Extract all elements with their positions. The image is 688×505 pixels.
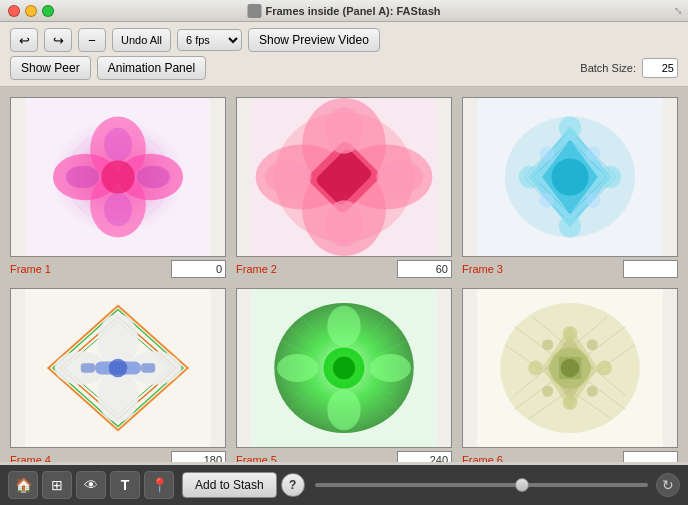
svg-rect-50 [81,363,95,372]
svg-point-61 [327,389,360,430]
frames-grid: Frame 1 [10,97,678,462]
eye-icon-button[interactable]: 👁 [76,471,106,499]
frame-thumbnail-6[interactable] [462,288,678,448]
traffic-lights [8,5,54,17]
frame-cell-2: Frame 2 [236,97,452,278]
frame-cell-6: Frame 6 [462,288,678,462]
frame-label-row-5: Frame 5 [236,451,452,462]
add-to-stash-button[interactable]: Add to Stash [182,472,277,498]
svg-point-82 [597,361,612,376]
text-icon-button[interactable]: T [110,471,140,499]
toolbar-row-2: Show Peer Animation Panel Batch Size: [10,56,678,80]
frame-6-value[interactable] [623,451,678,462]
minimize-button[interactable]: − [78,28,106,52]
close-button[interactable] [8,5,20,17]
frame-cell-1: Frame 1 [10,97,226,278]
bottom-bar: 🏠 ⊞ 👁 T 📍 Add to Stash ? ↻ [0,465,688,505]
frame-label-row-2: Frame 2 [236,260,452,278]
undo-button[interactable]: ↩ [10,28,38,52]
undo-all-button[interactable]: Undo All [112,28,171,52]
frame-5-value[interactable] [397,451,452,462]
svg-point-44 [98,314,139,366]
svg-point-23 [377,160,423,193]
svg-point-38 [586,193,601,208]
batch-size-label: Batch Size: [580,62,636,74]
svg-rect-51 [141,363,155,372]
title-bar: Frames inside (Panel A): FAStash ⤡ [0,0,688,22]
animation-panel-button[interactable]: Animation Panel [97,56,206,80]
frame-label-row-4: Frame 4 [10,451,226,462]
home-icon-button[interactable]: 🏠 [8,471,38,499]
svg-point-62 [277,354,318,382]
redo-button[interactable]: ↪ [44,28,72,52]
svg-point-65 [333,357,355,379]
main-content: Frame 1 [0,87,688,462]
svg-point-8 [104,193,132,226]
svg-point-21 [325,200,362,246]
svg-point-34 [599,166,621,188]
minimize-button[interactable] [25,5,37,17]
toolbar: ↩ ↪ − Undo All 6 fps 12 fps 24 fps Show … [0,22,688,87]
svg-point-35 [539,146,554,161]
frame-1-value[interactable] [171,260,226,278]
svg-point-30 [551,158,588,195]
preview-video-button[interactable]: Show Preview Video [248,28,380,52]
svg-point-36 [586,146,601,161]
svg-point-33 [519,166,541,188]
pin-icon-button[interactable]: 📍 [144,471,174,499]
frame-thumbnail-5[interactable] [236,288,452,448]
frame-thumbnail-2[interactable] [236,97,452,257]
grid-icon-button[interactable]: ⊞ [42,471,72,499]
resize-handle[interactable]: ⤡ [674,5,682,16]
slider-container [315,483,648,487]
svg-point-80 [563,395,578,410]
svg-point-9 [66,166,99,188]
frame-thumbnail-1[interactable] [10,97,226,257]
frame-5-label: Frame 5 [236,454,393,462]
frame-4-value[interactable] [171,451,226,462]
frame-cell-4: Frame 4 [10,288,226,462]
svg-point-49 [109,359,128,378]
frame-2-label: Frame 2 [236,263,393,275]
batch-size-input[interactable] [642,58,678,78]
frame-cell-5: Frame 5 [236,288,452,462]
svg-point-60 [327,306,360,347]
slider-track [315,483,648,487]
svg-point-79 [563,326,578,341]
svg-point-7 [104,128,132,161]
svg-point-22 [265,160,311,193]
frame-3-value[interactable] [623,260,678,278]
svg-point-86 [587,386,598,397]
svg-point-83 [542,339,553,350]
svg-point-85 [542,386,553,397]
svg-point-78 [561,359,580,378]
frame-6-label: Frame 6 [462,454,619,462]
frame-1-label: Frame 1 [10,263,167,275]
svg-point-32 [559,215,581,237]
svg-point-20 [325,107,362,153]
window-icon [247,4,261,18]
svg-point-81 [528,361,543,376]
show-peer-button[interactable]: Show Peer [10,56,91,80]
maximize-button[interactable] [42,5,54,17]
svg-point-37 [539,193,554,208]
frame-thumbnail-4[interactable] [10,288,226,448]
svg-point-31 [559,117,581,139]
svg-point-45 [98,370,139,422]
frame-thumbnail-3[interactable] [462,97,678,257]
window-title: Frames inside (Panel A): FAStash [247,4,440,18]
fps-select[interactable]: 6 fps 12 fps 24 fps [177,29,242,51]
slider-thumb[interactable] [515,478,529,492]
frame-label-row-6: Frame 6 [462,451,678,462]
refresh-button[interactable]: ↻ [656,473,680,497]
frame-label-row-1: Frame 1 [10,260,226,278]
frame-3-label: Frame 3 [462,263,619,275]
svg-point-6 [101,160,134,193]
help-button[interactable]: ? [281,473,305,497]
frame-4-label: Frame 4 [10,454,167,462]
svg-point-84 [587,339,598,350]
svg-point-10 [137,166,170,188]
frame-label-row-3: Frame 3 [462,260,678,278]
svg-point-63 [370,354,411,382]
frame-2-value[interactable] [397,260,452,278]
